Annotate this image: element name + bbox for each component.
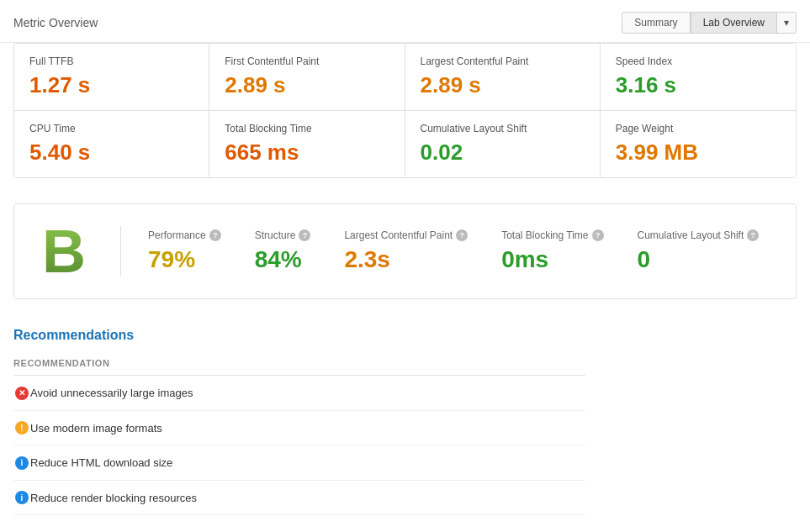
metric-value-fcp: 2.89 s (225, 72, 389, 98)
rec-column-header: RECOMMENDATION (13, 355, 585, 376)
info-icon-cls[interactable]: ? (747, 229, 759, 241)
score-metrics: Performance ? 79% Structure ? 84% Larges… (148, 229, 776, 273)
metric-label-fcp: First Contentful Paint (225, 55, 389, 67)
metrics-section: Full TTFB 1.27 s First Contentful Paint … (0, 43, 810, 178)
metric-lcp: Largest Contentful Paint 2.89 s (405, 44, 601, 111)
rec-row-3: i Reduce render blocking resources (13, 480, 585, 515)
metric-label-cpu-time: CPU Time (29, 123, 193, 134)
metric-tbt: Total Blocking Time 665 ms (209, 111, 405, 177)
info-icon-lcp[interactable]: ? (456, 229, 468, 241)
recommendations-section: Recommendations RECOMMENDATION ✕ Avoid u… (0, 308, 810, 529)
score-label-tbt: Total Blocking Time ? (501, 229, 603, 241)
rec-row-2: i Reduce HTML download size (13, 445, 585, 481)
metric-value-cls: 0.02 (421, 140, 585, 166)
metric-value-tbt: 665 ms (225, 140, 389, 166)
metric-value-page-weight: 3.99 MB (616, 140, 781, 166)
score-metric-cls: Cumulative Layout Shift ? 0 (638, 229, 760, 273)
score-label-lcp: Largest Contentful Paint ? (344, 229, 468, 241)
info-icon-structure[interactable]: ? (299, 229, 310, 241)
score-section: B Performance ? 79% Structure ? 84% (0, 178, 810, 308)
rec-text-3: Reduce render blocking resources (30, 480, 585, 515)
info-icon: i (15, 456, 29, 470)
score-divider (120, 226, 121, 277)
score-metric-structure: Structure ? 84% (255, 229, 311, 273)
metric-label-lcp: Largest Contentful Paint (421, 55, 585, 67)
tab-lab-overview[interactable]: Lab Overview (691, 12, 777, 34)
score-value-performance: 79% (148, 246, 221, 273)
metric-cpu-time: CPU Time 5.40 s (14, 111, 209, 177)
metric-label-full-ttfb: Full TTFB (29, 55, 193, 67)
tab-dropdown-button[interactable]: ▾ (777, 12, 797, 34)
score-metric-tbt: Total Blocking Time ? 0ms (501, 229, 603, 273)
rec-text-2: Reduce HTML download size (30, 445, 585, 481)
metric-cls: Cumulative Layout Shift 0.02 (405, 111, 601, 177)
score-label-cls: Cumulative Layout Shift ? (638, 229, 760, 241)
score-value-cls: 0 (638, 246, 760, 273)
score-label-structure: Structure ? (255, 229, 311, 241)
score-card: B Performance ? 79% Structure ? 84% (13, 203, 797, 299)
info-icon-performance[interactable]: ? (209, 229, 221, 241)
rec-icon-1: ! (13, 410, 30, 445)
score-metric-lcp: Largest Contentful Paint ? 2.3s (344, 229, 468, 273)
info-icon-2: i (15, 491, 29, 504)
metric-fcp: First Contentful Paint 2.89 s (209, 44, 405, 111)
metric-label-page-weight: Page Weight (616, 123, 781, 134)
metric-value-lcp: 2.89 s (421, 72, 585, 98)
rec-row-1: ! Use modern image formats (13, 410, 585, 445)
score-metric-performance: Performance ? 79% (148, 229, 221, 273)
recommendations-table: RECOMMENDATION ✕ Avoid unnecessarily lar… (13, 355, 585, 515)
header-bar: Metric Overview Summary Lab Overview ▾ (0, 0, 810, 43)
metric-label-tbt: Total Blocking Time (225, 123, 389, 134)
warning-icon: ! (15, 421, 29, 435)
rec-icon-0: ✕ (13, 376, 30, 411)
header-controls: Summary Lab Overview ▾ (622, 12, 797, 34)
metrics-grid: Full TTFB 1.27 s First Contentful Paint … (13, 43, 797, 178)
score-label-performance: Performance ? (148, 229, 221, 241)
info-icon-tbt[interactable]: ? (592, 229, 604, 241)
score-value-lcp: 2.3s (344, 246, 468, 273)
metric-value-cpu-time: 5.40 s (29, 140, 193, 166)
metric-full-ttfb: Full TTFB 1.27 s (14, 44, 209, 111)
error-icon: ✕ (15, 387, 29, 400)
rec-text-1: Use modern image formats (30, 410, 585, 445)
metric-label-cls: Cumulative Layout Shift (421, 123, 585, 134)
metric-label-speed-index: Speed Index (616, 55, 781, 67)
rec-text-0: Avoid unnecessarily large images (30, 376, 585, 411)
page-container: Metric Overview Summary Lab Overview ▾ F… (0, 0, 810, 532)
metric-speed-index: Speed Index 3.16 s (601, 44, 796, 111)
grade-letter: B (34, 221, 93, 282)
metric-value-speed-index: 3.16 s (616, 72, 781, 98)
metric-value-full-ttfb: 1.27 s (29, 72, 193, 98)
metric-page-weight: Page Weight 3.99 MB (601, 111, 796, 177)
tab-summary[interactable]: Summary (622, 12, 690, 34)
rec-icon-3: i (13, 480, 30, 515)
rec-row-0: ✕ Avoid unnecessarily large images (13, 376, 585, 411)
recommendations-title: Recommendations (13, 328, 797, 343)
rec-icon-2: i (13, 445, 30, 481)
score-value-structure: 84% (255, 246, 311, 273)
page-title: Metric Overview (13, 16, 98, 29)
score-value-tbt: 0ms (501, 246, 603, 273)
